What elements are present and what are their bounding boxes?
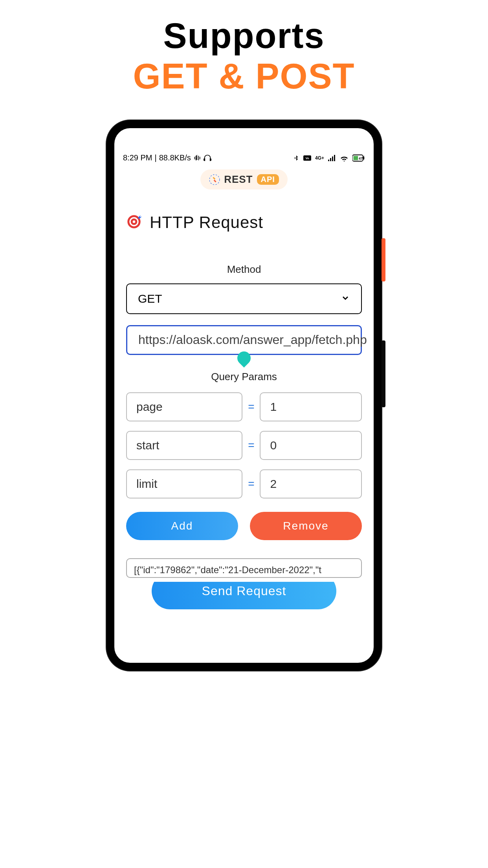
status-separator: |	[154, 153, 156, 162]
svg-rect-4	[332, 156, 333, 161]
vibrate-icon	[193, 154, 201, 162]
method-label: Method	[126, 263, 362, 276]
add-param-button[interactable]: Add	[126, 512, 238, 540]
param-row-1: start = 0	[126, 431, 362, 460]
phone-screen: 8:29 PM | 88.8KB/s Vo 4G+	[114, 128, 374, 663]
svg-rect-2	[328, 160, 329, 161]
promo-line-1: Supports	[0, 16, 488, 56]
target-icon	[126, 214, 142, 231]
svg-point-14	[133, 221, 136, 223]
phone-power-button	[382, 238, 385, 281]
remove-param-button[interactable]: Remove	[250, 512, 362, 540]
brand-text: REST	[224, 173, 253, 186]
status-time: 8:29 PM	[123, 153, 152, 162]
battery-icon: 47	[352, 154, 365, 162]
method-selected-value: GET	[138, 292, 162, 305]
text-cursor-handle[interactable]	[235, 349, 253, 368]
app-brand-chip: REST API	[200, 169, 288, 189]
promo-line-2: GET & POST	[0, 56, 488, 97]
promo-heading: Supports GET & POST	[0, 0, 488, 105]
param-value-input[interactable]: 2	[260, 469, 362, 498]
plug-icon	[209, 174, 220, 185]
equals-sign: =	[248, 478, 254, 490]
volte-icon: Vo	[303, 155, 311, 161]
phone-volume-button	[382, 340, 385, 407]
status-bar: 8:29 PM | 88.8KB/s Vo 4G+	[114, 148, 374, 166]
param-row-2: limit = 2	[126, 469, 362, 498]
status-bar-right: Vo 4G+ 47	[293, 154, 365, 162]
param-value-input[interactable]: 0	[260, 431, 362, 460]
equals-sign: =	[248, 439, 254, 452]
page-title-row: HTTP Request	[126, 213, 362, 232]
svg-rect-3	[330, 158, 331, 161]
url-value: https://aloask.com/answer_app/fetch.php	[138, 333, 367, 347]
svg-text:47: 47	[359, 156, 363, 160]
param-key-input[interactable]: start	[126, 431, 242, 460]
response-preview[interactable]: [{"id":"179862","date":"21-December-2022…	[126, 558, 362, 578]
param-key-input[interactable]: limit	[126, 469, 242, 498]
param-key-input[interactable]: page	[126, 392, 242, 421]
query-params-label: Query Params	[126, 371, 362, 383]
param-row-0: page = 1	[126, 392, 362, 421]
svg-rect-7	[354, 156, 358, 160]
api-badge: API	[257, 174, 279, 185]
status-speed: 88.8KB/s	[159, 153, 191, 162]
equals-sign: =	[248, 401, 254, 413]
url-input[interactable]: https://aloask.com/answer_app/fetch.php	[126, 325, 362, 355]
signal-icon	[328, 155, 336, 161]
wifi-icon	[340, 154, 349, 162]
network-4g-icon: 4G+	[315, 155, 324, 161]
bluetooth-icon	[293, 154, 299, 162]
param-value-input[interactable]: 1	[260, 392, 362, 421]
headphones-icon	[204, 154, 211, 162]
phone-frame: 8:29 PM | 88.8KB/s Vo 4G+	[106, 120, 382, 671]
method-select[interactable]: GET	[126, 283, 362, 314]
chevron-down-icon	[341, 292, 350, 305]
status-bar-left: 8:29 PM | 88.8KB/s	[123, 153, 211, 162]
send-request-button[interactable]: Send Request	[152, 582, 336, 609]
svg-text:Vo: Vo	[305, 156, 309, 160]
param-buttons-row: Add Remove	[126, 512, 362, 540]
app-content: HTTP Request Method GET https://aloask.c…	[114, 189, 374, 663]
page-title: HTTP Request	[150, 213, 263, 232]
svg-rect-5	[334, 155, 335, 161]
